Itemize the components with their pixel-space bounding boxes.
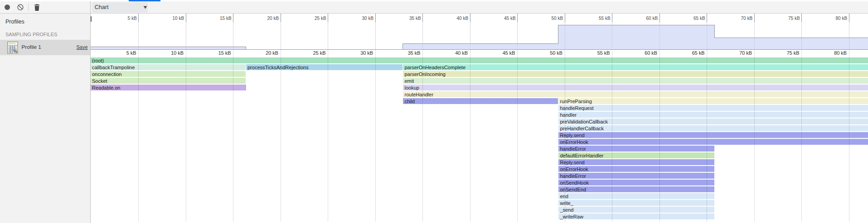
svg-text:%: % — [13, 48, 18, 54]
